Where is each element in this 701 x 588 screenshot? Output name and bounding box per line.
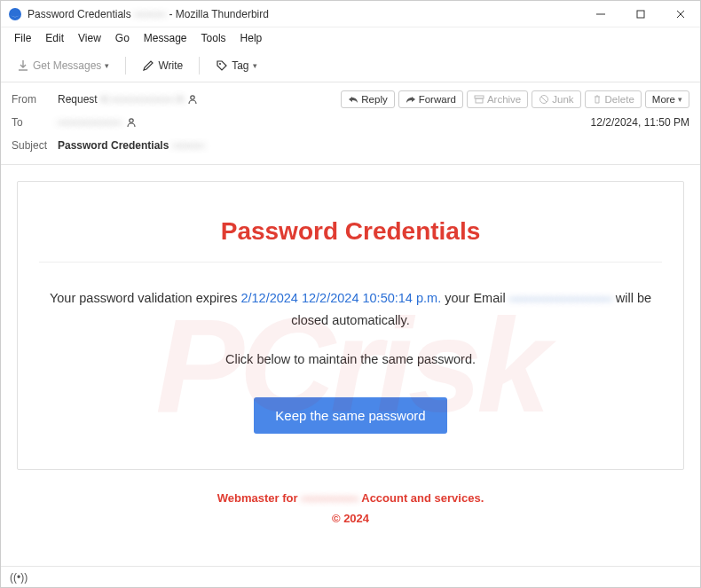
message-datetime: 12/2/2024, 11:50 PM — [591, 116, 689, 129]
delete-button[interactable]: Delete — [585, 90, 642, 108]
download-icon — [17, 59, 29, 72]
message-actions: Reply Forward Archive Junk Delete — [341, 90, 689, 108]
trash-icon — [592, 94, 603, 105]
redacted-domain: ————— — [301, 491, 358, 505]
maximize-button[interactable] — [620, 1, 660, 27]
subject-label: Subject — [12, 139, 51, 152]
chevron-down-icon: ▾ — [678, 95, 682, 104]
keep-password-button[interactable]: Keep the same password — [254, 397, 446, 434]
menu-file[interactable]: File — [8, 30, 37, 46]
tag-icon — [216, 59, 228, 72]
close-button[interactable] — [660, 1, 700, 27]
forward-icon — [406, 94, 416, 105]
svg-point-0 — [9, 8, 21, 20]
separator — [199, 57, 200, 74]
junk-button[interactable]: Junk — [532, 90, 580, 108]
contact-icon[interactable] — [125, 116, 138, 129]
divider — [39, 262, 662, 263]
forward-button[interactable]: Forward — [398, 90, 463, 108]
toolbar: Get Messages ▾ Write Tag ▾ — [1, 49, 700, 82]
menubar: File Edit View Go Message Tools Help — [1, 27, 700, 49]
to-value: —————— — [58, 116, 138, 129]
to-label: To — [12, 116, 51, 129]
chevron-down-icon: ▾ — [253, 61, 257, 70]
subject-value: Password Credentials ——— — [58, 139, 204, 152]
window-controls — [580, 1, 700, 27]
menu-edit[interactable]: Edit — [39, 30, 70, 46]
connection-icon: ((•)) — [10, 571, 28, 584]
redacted-email: ———————— — [509, 291, 612, 305]
email-footer: Webmaster for ————— Account and services… — [17, 488, 684, 529]
svg-point-7 — [130, 119, 133, 122]
thunderbird-icon — [8, 7, 22, 21]
more-button[interactable]: More ▾ — [645, 90, 689, 108]
email-title: Password Credentials — [39, 217, 662, 246]
email-paragraph-1: Your password validation expires 2/12/20… — [39, 287, 662, 331]
expiry-date-link[interactable]: 2/12/2024 12/2/2024 10:50:14 p.m. — [240, 291, 441, 305]
email-paragraph-2: Click below to maintain the same passwor… — [39, 349, 662, 371]
archive-icon — [474, 94, 484, 105]
menu-view[interactable]: View — [72, 30, 107, 46]
message-header: From Request < —————— > Reply Forward Ar… — [1, 82, 700, 165]
svg-rect-1 — [637, 11, 644, 18]
separator — [125, 57, 126, 74]
archive-button[interactable]: Archive — [467, 90, 528, 108]
svg-point-3 — [191, 96, 194, 99]
svg-point-2 — [219, 63, 221, 65]
window-title: Password Credentials ——— - Mozilla Thund… — [28, 8, 580, 20]
app-window: Password Credentials ——— - Mozilla Thund… — [0, 0, 701, 588]
pencil-icon — [142, 59, 154, 72]
write-button[interactable]: Write — [135, 56, 190, 75]
menu-go[interactable]: Go — [109, 30, 136, 46]
reply-button[interactable]: Reply — [341, 90, 394, 108]
minimize-button[interactable] — [580, 1, 620, 27]
titlebar: Password Credentials ——— - Mozilla Thund… — [1, 1, 700, 27]
message-body: PCrisk Password Credentials Your passwor… — [1, 165, 700, 566]
email-card: Password Credentials Your password valid… — [17, 181, 684, 470]
from-value: Request < —————— > — [58, 93, 199, 106]
tag-button[interactable]: Tag ▾ — [209, 56, 264, 75]
statusbar: ((•)) — [1, 566, 700, 587]
get-messages-button[interactable]: Get Messages ▾ — [10, 56, 116, 75]
contact-icon[interactable] — [186, 93, 199, 106]
menu-message[interactable]: Message — [138, 30, 193, 46]
from-label: From — [12, 93, 51, 106]
menu-help[interactable]: Help — [234, 30, 269, 46]
reply-icon — [348, 94, 358, 105]
chevron-down-icon: ▾ — [105, 61, 109, 70]
svg-rect-5 — [476, 98, 483, 103]
junk-icon — [539, 94, 549, 105]
menu-tools[interactable]: Tools — [195, 30, 232, 46]
